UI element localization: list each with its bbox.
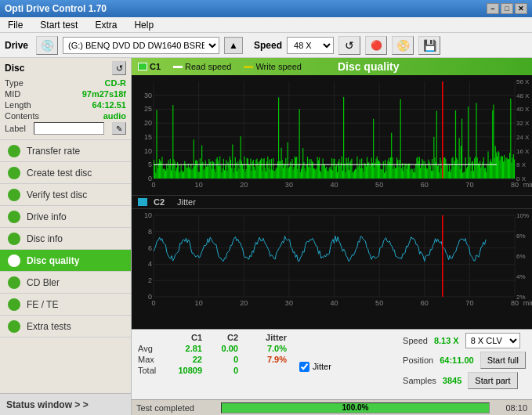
nav-icon-fe-te	[8, 298, 20, 311]
maximize-button[interactable]: □	[501, 3, 513, 14]
title-bar: Opti Drive Control 1.70 − □ ✕	[0, 0, 532, 17]
menu-extra[interactable]: Extra	[90, 18, 121, 32]
nav-label-fe-te: FE / TE	[27, 299, 58, 310]
nav-fe-te[interactable]: FE / TE	[0, 294, 131, 316]
avg-c1: 2.81	[166, 344, 202, 353]
speed-mode-select[interactable]: 8 X CLV	[465, 333, 520, 348]
position-label: Position	[403, 355, 433, 365]
speed-info-value: 8.13 X	[434, 336, 459, 345]
read-speed-label: Read speed	[185, 62, 231, 71]
c1-legend-label: C1	[150, 62, 161, 71]
nav-drive-info[interactable]: Drive info	[0, 206, 131, 228]
jitter-checkbox-label: Jitter	[313, 362, 331, 371]
write-speed-legend: Write speed	[244, 62, 302, 71]
status-window-button[interactable]: Status window > >	[0, 393, 131, 415]
nav-disc-info[interactable]: Disc info	[0, 228, 131, 250]
length-value: 64:12.51	[92, 100, 126, 110]
drive-select[interactable]: (G:) BENQ DVD DD DW1640 BSRB	[63, 37, 219, 54]
nav-label-disc-info: Disc info	[27, 233, 63, 244]
nav-label-create: Create test disc	[27, 168, 92, 179]
speed-info-label: Speed	[403, 336, 428, 345]
stats-bar: C1 C2 Jitter Avg 2.81 0.00 7.0% Max	[132, 329, 532, 399]
nav-icon-disc-info	[8, 233, 20, 245]
menu-bar: File Start test Extra Help	[0, 17, 532, 33]
status-text: Test completed	[136, 403, 215, 413]
menu-help[interactable]: Help	[129, 18, 158, 32]
avg-jitter: 7.0%	[251, 344, 287, 353]
samples-label: Samples	[403, 376, 436, 385]
total-c2: 0	[202, 366, 238, 375]
nav-icon-disc-quality	[8, 254, 20, 267]
chart-header: C1 Read speed Write speed Disc quality	[132, 58, 532, 75]
nav-verify-test-disc[interactable]: Verify test disc	[0, 184, 131, 206]
speed-controls: Speed 8.13 X 8 X CLV Position 64:11.00 S…	[403, 333, 526, 389]
disc-panel-title: Disc	[5, 63, 24, 74]
nav-icon-extra	[8, 320, 20, 333]
nav-extra-tests[interactable]: Extra tests	[0, 316, 131, 337]
total-label: Total	[138, 366, 166, 375]
menu-start-test[interactable]: Start test	[35, 18, 82, 32]
length-label: Length	[5, 100, 31, 110]
nav-icon-verify	[8, 189, 20, 201]
nav-icon-create	[8, 167, 20, 179]
c2-legend-box	[138, 198, 147, 206]
read-speed-legend: Read speed	[173, 62, 231, 71]
status-window-label: Status window > >	[6, 399, 89, 410]
c1-chart	[132, 75, 532, 191]
nav-label-transfer: Transfer rate	[27, 146, 80, 157]
c2-legend-label: C2	[154, 197, 165, 207]
time-display: 08:10	[496, 403, 527, 413]
nav-disc-quality[interactable]: Disc quality	[0, 250, 131, 272]
burn-icon[interactable]: 📀	[392, 36, 414, 55]
nav-items: Transfer rate Create test disc Verify te…	[0, 140, 131, 393]
read-speed-box	[173, 66, 183, 68]
jitter-checkbox[interactable]	[299, 362, 309, 372]
close-button[interactable]: ✕	[515, 3, 527, 14]
drive-icon: 💿	[36, 36, 58, 55]
save-icon[interactable]: 💾	[418, 36, 440, 55]
write-speed-box	[244, 66, 253, 68]
speed-label: Speed	[254, 40, 282, 51]
minimize-button[interactable]: −	[487, 3, 499, 14]
progress-text: 100.0%	[222, 403, 489, 413]
erase-icon[interactable]: 🔴	[365, 36, 387, 55]
type-value: CD-R	[105, 78, 127, 88]
max-label: Max	[138, 355, 166, 364]
type-label: Type	[5, 78, 24, 88]
c2-col-header: C2	[202, 333, 238, 342]
progress-bar-container: 100.0%	[221, 402, 490, 413]
nav-create-test-disc[interactable]: Create test disc	[0, 162, 131, 184]
disc-label-label: Label	[5, 124, 26, 133]
right-panel: C1 Read speed Write speed Disc quality C…	[132, 58, 532, 415]
app-title: Opti Drive Control 1.70	[5, 3, 107, 14]
sidebar: Disc ↺ Type CD-R MID 97m27s18f Length 64…	[0, 58, 132, 415]
jitter-legend-label: Jitter	[177, 197, 196, 207]
avg-label: Avg	[138, 344, 166, 353]
charts-area: C2 Jitter	[132, 75, 532, 329]
c1-col-header: C1	[166, 333, 202, 342]
nav-label-verify: Verify test disc	[27, 189, 87, 200]
nav-label-cd-bler: CD Bler	[27, 277, 60, 288]
contents-value: audio	[103, 111, 126, 121]
start-full-button[interactable]: Start full	[480, 352, 526, 369]
nav-label-extra: Extra tests	[27, 321, 71, 332]
drive-eject-button[interactable]: ▲	[224, 37, 243, 54]
speed-select[interactable]: 48 X	[287, 37, 334, 54]
stats-table: C1 C2 Jitter Avg 2.81 0.00 7.0% Max	[138, 333, 287, 389]
disc-refresh-button[interactable]: ↺	[112, 61, 126, 75]
position-value: 64:11.00	[440, 355, 473, 365]
mid-label: MID	[5, 89, 20, 99]
menu-file[interactable]: File	[3, 18, 27, 32]
start-part-button[interactable]: Start part	[468, 372, 517, 389]
nav-transfer-rate[interactable]: Transfer rate	[0, 140, 131, 162]
nav-cd-bler[interactable]: CD Bler	[0, 272, 131, 294]
nav-icon-cd-bler	[8, 276, 20, 289]
refresh-icon[interactable]: ↺	[338, 36, 360, 55]
label-edit-button[interactable]: ✎	[112, 122, 126, 135]
total-c1: 10809	[166, 366, 202, 375]
main-content: Disc ↺ Type CD-R MID 97m27s18f Length 64…	[0, 58, 532, 415]
disc-label-input[interactable]	[34, 122, 104, 135]
chart-top	[132, 75, 532, 196]
max-c1: 22	[166, 355, 202, 364]
write-speed-label: Write speed	[255, 62, 302, 71]
